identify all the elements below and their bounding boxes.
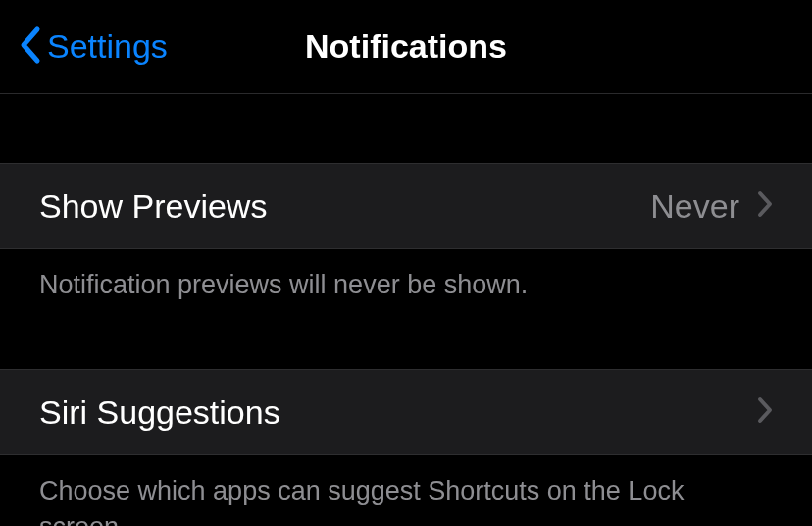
show-previews-value: Never bbox=[650, 187, 739, 226]
spacer bbox=[0, 94, 812, 163]
back-button[interactable]: Settings bbox=[0, 26, 168, 69]
back-label: Settings bbox=[47, 27, 168, 66]
siri-suggestions-footer: Choose which apps can suggest Shortcuts … bbox=[0, 455, 812, 526]
siri-suggestions-row[interactable]: Siri Suggestions bbox=[0, 369, 812, 455]
row-right bbox=[757, 396, 773, 428]
show-previews-footer: Notification previews will never be show… bbox=[0, 249, 812, 342]
chevron-left-icon bbox=[18, 26, 41, 69]
show-previews-row[interactable]: Show Previews Never bbox=[0, 163, 812, 249]
header: Settings Notifications bbox=[0, 0, 812, 94]
row-right: Never bbox=[650, 187, 773, 226]
chevron-right-icon bbox=[757, 396, 773, 428]
siri-suggestions-label: Siri Suggestions bbox=[39, 394, 280, 432]
section-gap bbox=[0, 342, 812, 369]
show-previews-label: Show Previews bbox=[39, 187, 267, 226]
chevron-right-icon bbox=[757, 190, 773, 222]
page-title: Notifications bbox=[305, 27, 507, 66]
